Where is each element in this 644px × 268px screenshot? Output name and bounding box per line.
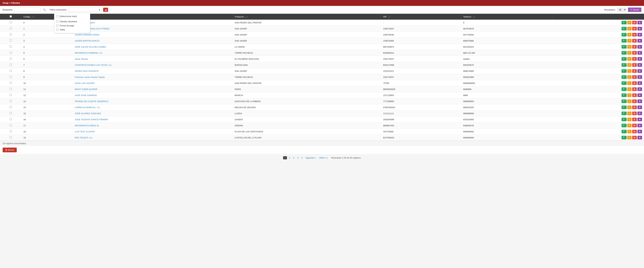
- row-print-button[interactable]: 🖶: [638, 81, 642, 85]
- row-name-link[interactable]: CONSTRUCCIONES LOS YAYOS, S.L.: [75, 64, 112, 66]
- page-5[interactable]: 5: [300, 156, 304, 159]
- dd-checkbox-forma-pago[interactable]: [56, 24, 58, 27]
- row-checkbox[interactable]: [10, 64, 12, 66]
- row-name-link[interactable]: JUAN JOSE GARRIDO: [75, 94, 97, 97]
- row-checkbox[interactable]: [10, 45, 12, 48]
- row-edit-button[interactable]: ✎: [627, 93, 632, 97]
- row-edit-button[interactable]: ✎: [627, 81, 632, 85]
- borrar-button[interactable]: 🗑 Borrar: [2, 147, 17, 152]
- row-print-button[interactable]: 🖶: [638, 75, 642, 79]
- row-name-link[interactable]: Javier Álvarez: [75, 58, 88, 60]
- row-name-link[interactable]: CARNICAS MARCIAL, S.L.: [75, 106, 101, 109]
- row-print-button[interactable]: 🖶: [638, 63, 642, 67]
- row-name-link[interactable]: JOSÉ ÁLVAREZ SÁNCHEZ: [75, 112, 101, 115]
- row-name-link[interactable]: JOSE JULIAN VILCHEZ GOMEZ: [75, 46, 106, 48]
- row-delete-button[interactable]: 🗑: [632, 39, 637, 42]
- row-view-button[interactable]: 🔍: [622, 33, 626, 36]
- row-checkbox[interactable]: [10, 88, 12, 90]
- row-print-button[interactable]: 🖶: [638, 106, 642, 109]
- row-edit-button[interactable]: ✎: [627, 100, 632, 103]
- row-checkbox[interactable]: [10, 82, 12, 84]
- search-button[interactable]: 🔍: [42, 8, 46, 11]
- row-name-link[interactable]: RED TELECO, S.L.: [75, 136, 93, 139]
- row-view-button[interactable]: 🔍: [622, 81, 626, 85]
- row-view-button[interactable]: 🔍: [622, 39, 626, 42]
- row-edit-button[interactable]: ✎: [627, 130, 632, 133]
- row-edit-button[interactable]: ✎: [627, 112, 632, 115]
- row-checkbox[interactable]: [10, 70, 12, 72]
- row-print-button[interactable]: 🖶: [638, 57, 642, 61]
- row-print-button[interactable]: 🖶: [638, 100, 642, 103]
- row-view-button[interactable]: 🔍: [622, 57, 626, 61]
- dd-item-obsoletos[interactable]: Clientes obsoletos: [54, 19, 90, 23]
- dd-item-forma-pago[interactable]: Forma de pago: [54, 23, 90, 28]
- row-edit-button[interactable]: ✎: [627, 124, 632, 127]
- row-delete-button[interactable]: 🗑: [632, 87, 637, 91]
- row-name-link[interactable]: JOSE VICENTE GARCÍA FERRER: [75, 118, 108, 121]
- dd-item-select-all[interactable]: [Seleccionar todo]: [54, 14, 90, 18]
- row-print-button[interactable]: 🖶: [638, 27, 642, 30]
- page-next[interactable]: Siguiente >: [304, 156, 317, 159]
- row-name-link[interactable]: JAVIER MARTIN GARCÍA: [75, 40, 100, 42]
- row-view-button[interactable]: 🔍: [622, 100, 626, 103]
- row-delete-button[interactable]: 🗑: [632, 21, 637, 24]
- row-edit-button[interactable]: ✎: [627, 45, 632, 49]
- row-print-button[interactable]: 🖶: [638, 130, 642, 133]
- row-edit-button[interactable]: ✎: [627, 51, 632, 55]
- row-edit-button[interactable]: ✎: [627, 87, 632, 91]
- row-name-link[interactable]: INFORMATICA ARIES SL: [75, 124, 99, 127]
- row-checkbox[interactable]: [10, 58, 12, 60]
- row-print-button[interactable]: 🖶: [638, 93, 642, 97]
- row-delete-button[interactable]: 🗑: [632, 57, 637, 61]
- page-3[interactable]: 3: [292, 156, 295, 159]
- row-checkbox[interactable]: [10, 39, 12, 42]
- row-delete-button[interactable]: 🗑: [632, 27, 637, 30]
- row-name-link[interactable]: JUAN LUIS VALERO: [75, 82, 95, 84]
- row-edit-button[interactable]: ✎: [627, 118, 632, 121]
- row-view-button[interactable]: 🔍: [622, 51, 626, 55]
- row-delete-button[interactable]: 🗑: [632, 45, 637, 49]
- row-name-link[interactable]: MONT CHERÍ GAZPAR: [75, 88, 98, 91]
- row-print-button[interactable]: 🖶: [638, 69, 642, 73]
- row-view-button[interactable]: 🔍: [622, 124, 626, 127]
- row-edit-button[interactable]: ✎: [627, 106, 632, 109]
- row-checkbox[interactable]: [10, 33, 12, 35]
- row-view-button[interactable]: 🔍: [622, 45, 626, 49]
- row-print-button[interactable]: 🖶: [638, 21, 642, 24]
- row-checkbox[interactable]: [10, 100, 12, 102]
- row-delete-button[interactable]: 🗑: [632, 81, 637, 85]
- row-edit-button[interactable]: ✎: [627, 21, 632, 24]
- row-name-link[interactable]: Francisco Javier Alvarez Tejada: [75, 76, 105, 78]
- filter-select[interactable]: [69, 8, 102, 12]
- row-checkbox[interactable]: [10, 112, 12, 114]
- dd-checkbox-tarifa[interactable]: [56, 29, 58, 31]
- row-checkbox[interactable]: [10, 118, 12, 120]
- row-name-link[interactable]: INFORMATICA MERINO, S.L.: [75, 52, 103, 54]
- row-print-button[interactable]: 🖶: [638, 87, 642, 91]
- row-view-button[interactable]: 🔍: [622, 75, 626, 79]
- row-print-button[interactable]: 🖶: [638, 118, 642, 121]
- row-view-button[interactable]: 🔍: [622, 93, 626, 97]
- row-view-button[interactable]: 🔍: [622, 106, 626, 109]
- row-checkbox[interactable]: [10, 94, 12, 96]
- row-print-button[interactable]: 🖶: [638, 45, 642, 49]
- row-checkbox[interactable]: [10, 124, 12, 126]
- row-view-button[interactable]: 🔍: [622, 118, 626, 121]
- row-print-button[interactable]: 🖶: [638, 112, 642, 115]
- th-telefono[interactable]: Teléfono △▽: [461, 14, 552, 20]
- row-view-button[interactable]: 🔍: [622, 136, 626, 139]
- row-checkbox[interactable]: [10, 27, 12, 29]
- page-current[interactable]: 1: [283, 156, 287, 159]
- page-last[interactable]: Ultimo >|: [318, 156, 328, 159]
- row-view-button[interactable]: 🔍: [622, 27, 626, 30]
- select-all-checkbox[interactable]: [10, 15, 12, 17]
- nuevo-button[interactable]: ✎ Nuevo: [628, 7, 642, 12]
- row-delete-button[interactable]: 🗑: [632, 51, 637, 55]
- th-poblacion[interactable]: Población △▽: [233, 14, 381, 20]
- search-input[interactable]: [14, 8, 41, 12]
- row-view-button[interactable]: 🔍: [622, 87, 626, 91]
- row-edit-button[interactable]: ✎: [627, 136, 632, 139]
- row-edit-button[interactable]: ✎: [627, 33, 632, 36]
- row-print-button[interactable]: 🖶: [638, 136, 642, 139]
- row-checkbox[interactable]: [10, 106, 12, 108]
